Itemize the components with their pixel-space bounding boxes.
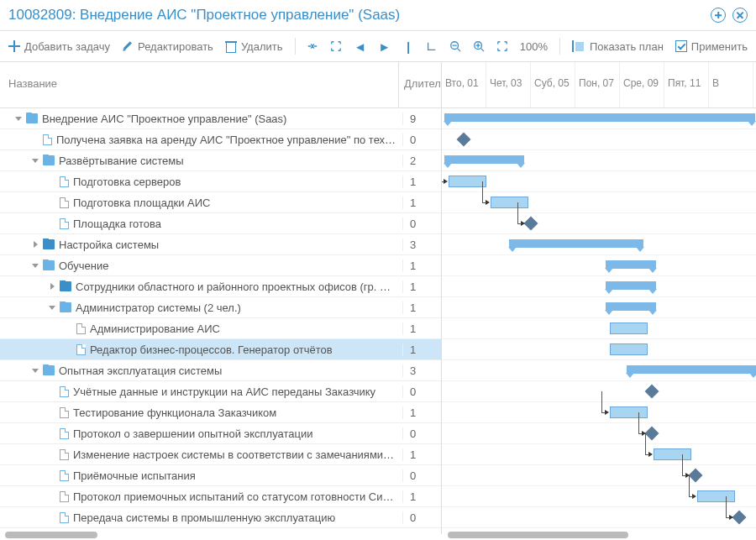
- close-icon[interactable]: [732, 8, 748, 23]
- folder-icon: [43, 365, 55, 375]
- table-row[interactable]: Приёмочные испытания0: [0, 465, 441, 486]
- table-row[interactable]: Протокол о завершении опытной эксплуатац…: [0, 423, 441, 444]
- gantt-row: [442, 171, 756, 192]
- document-icon: [60, 218, 69, 229]
- document-icon: [76, 323, 86, 334]
- summary-bar[interactable]: [627, 365, 756, 374]
- milestone[interactable]: [689, 469, 703, 483]
- edit-button[interactable]: Редактировать: [122, 40, 213, 53]
- gantt-row: [442, 486, 756, 507]
- task-bar[interactable]: [697, 490, 735, 502]
- milestone[interactable]: [645, 427, 659, 441]
- gantt-chart[interactable]: [442, 108, 756, 528]
- table-row[interactable]: Изменение настроек системы в соответстви…: [0, 444, 441, 465]
- summary-bar[interactable]: [606, 281, 656, 290]
- table-row[interactable]: Обучение1: [0, 255, 441, 276]
- chart-icon: [572, 40, 585, 52]
- apply-button[interactable]: Применить: [675, 40, 748, 53]
- chevron-down-icon[interactable]: [30, 260, 40, 270]
- task-duration: 1: [402, 301, 441, 314]
- task-bar[interactable]: [491, 197, 528, 208]
- table-row[interactable]: Развёртывание системы2: [0, 150, 441, 171]
- task-name: Протокол приемочных испытаний со статусо…: [73, 490, 393, 503]
- trash-icon: [225, 40, 237, 52]
- table-row[interactable]: Внедрение АИС "Проектное управление" (Sa…: [0, 108, 441, 129]
- zoom-fit-icon[interactable]: [496, 39, 508, 53]
- h-scrollbar-left[interactable]: [5, 532, 97, 538]
- task-bar[interactable]: [610, 343, 648, 355]
- gantt-row: [442, 192, 756, 213]
- document-icon: [60, 428, 69, 439]
- gantt-row: [442, 360, 756, 381]
- task-duration: 1: [402, 448, 441, 461]
- gantt-row: [442, 444, 756, 465]
- add-task-button[interactable]: Добавить задачу: [8, 40, 110, 53]
- chevron-right-icon[interactable]: [47, 281, 57, 291]
- folder-icon: [26, 113, 38, 123]
- task-duration: 9: [402, 113, 441, 125]
- summary-bar[interactable]: [606, 302, 656, 311]
- column-name-header[interactable]: Название: [0, 62, 399, 107]
- show-plan-button[interactable]: Показать план: [572, 40, 664, 53]
- task-duration: 1: [402, 260, 441, 272]
- table-row[interactable]: Подготовка серверов1: [0, 171, 441, 192]
- table-row[interactable]: Администрирование АИС1: [0, 318, 441, 339]
- table-row[interactable]: Подготовка площадки АИС1: [0, 192, 441, 213]
- chevron-down-icon[interactable]: [13, 113, 24, 123]
- divider-icon[interactable]: |: [402, 39, 414, 54]
- table-row[interactable]: Передача системы в промышленную эксплуат…: [0, 507, 441, 528]
- table-row[interactable]: Сотрудники областного и районного проект…: [0, 276, 441, 297]
- task-duration: 3: [402, 364, 441, 377]
- delete-button[interactable]: Удалить: [225, 40, 283, 53]
- gantt-row: [442, 465, 756, 486]
- task-duration: 1: [402, 343, 441, 356]
- task-bar[interactable]: [610, 322, 648, 334]
- arrow-left-icon[interactable]: ◄: [354, 39, 366, 54]
- table-row[interactable]: Протокол приемочных испытаний со статусо…: [0, 486, 441, 507]
- summary-bar[interactable]: [509, 239, 643, 248]
- table-row[interactable]: Администратор системы (2 чел.)1: [0, 297, 441, 318]
- milestone[interactable]: [732, 511, 747, 525]
- folder-icon: [60, 302, 71, 312]
- collapse-icon[interactable]: [307, 39, 318, 53]
- gantt-row: [442, 297, 756, 318]
- table-row[interactable]: Настройка системы3: [0, 234, 441, 255]
- arrow-right-icon[interactable]: ►: [378, 39, 391, 54]
- document-icon: [60, 491, 69, 502]
- milestone[interactable]: [524, 217, 538, 231]
- folder-icon: [43, 260, 55, 270]
- table-row[interactable]: Учётные данные и инструкции на АИС перед…: [0, 381, 441, 402]
- add-icon[interactable]: [711, 8, 726, 23]
- milestone[interactable]: [645, 385, 659, 399]
- h-scrollbar-right[interactable]: [448, 532, 628, 538]
- task-tree[interactable]: Внедрение АИС "Проектное управление" (Sa…: [0, 108, 441, 534]
- task-duration: 0: [402, 218, 441, 230]
- timeline-header: Вто, 01Чет, 03Суб, 05Пон, 07Сре, 09Пят, …: [442, 62, 756, 108]
- chevron-down-icon[interactable]: [30, 365, 40, 375]
- summary-bar[interactable]: [606, 260, 656, 269]
- table-row[interactable]: Тестирование функционала Заказчиком1: [0, 402, 441, 423]
- chevron-down-icon[interactable]: [30, 155, 40, 165]
- task-bar[interactable]: [654, 448, 691, 460]
- chevron-down-icon[interactable]: [47, 302, 57, 312]
- task-duration: 1: [402, 197, 441, 209]
- column-duration-header[interactable]: Длител: [399, 62, 441, 107]
- milestone[interactable]: [457, 133, 471, 147]
- zoom-in-icon[interactable]: [473, 39, 485, 53]
- table-row[interactable]: Площадка готова0: [0, 213, 441, 234]
- task-bar[interactable]: [610, 406, 648, 418]
- task-bar[interactable]: [449, 176, 486, 187]
- gantt-panel: Вто, 01Чет, 03Суб, 05Пон, 07Сре, 09Пят, …: [442, 62, 756, 534]
- summary-bar[interactable]: [444, 113, 755, 122]
- chevron-right-icon[interactable]: [30, 239, 40, 249]
- table-row[interactable]: Редактор бизнес-процессов. Генератор отч…: [0, 339, 441, 360]
- document-icon: [76, 344, 86, 355]
- table-row[interactable]: Опытная эксплуатация системы3: [0, 360, 441, 381]
- table-row[interactable]: Получена заявка на аренду АИС "Проектное…: [0, 129, 441, 150]
- expand-icon[interactable]: [330, 39, 342, 53]
- summary-bar[interactable]: [444, 155, 524, 164]
- zoom-out-icon[interactable]: [449, 39, 461, 53]
- outdent-icon[interactable]: [426, 39, 438, 53]
- task-name: Изменение настроек системы в соответстви…: [73, 448, 394, 461]
- gantt-row: [442, 108, 756, 129]
